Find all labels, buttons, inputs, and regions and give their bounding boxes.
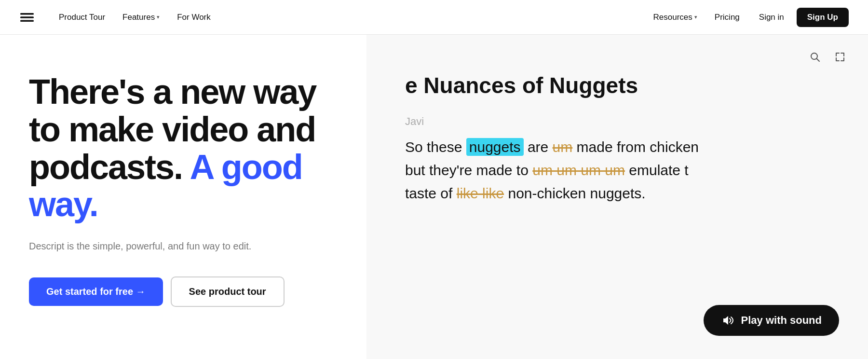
hero-subtext: Descript is the simple, powerful, and fu… — [29, 239, 309, 253]
svg-line-4 — [817, 59, 820, 62]
hero-left-panel: There's a new way to make video and podc… — [0, 35, 366, 359]
nav-left: Product Tour Features ▾ For Work — [52, 9, 647, 26]
resources-chevron-icon: ▾ — [694, 14, 697, 20]
nav-product-tour[interactable]: Product Tour — [52, 9, 112, 26]
hero-headline: There's a new way to make video and podc… — [29, 73, 338, 223]
svg-rect-1 — [20, 16, 34, 18]
headline-accent2: way. — [29, 185, 98, 223]
hero-right-panel: e Nuances of Nuggets Javi So these nugge… — [366, 35, 868, 359]
nav-resources[interactable]: Resources ▾ — [647, 9, 704, 26]
play-with-sound-button[interactable]: Play with sound — [704, 305, 839, 336]
features-chevron-icon: ▾ — [157, 14, 160, 20]
transcript-panel: e Nuances of Nuggets Javi So these nugge… — [405, 73, 839, 205]
svg-rect-2 — [20, 20, 34, 22]
sign-in-button[interactable]: Sign in — [750, 9, 793, 26]
hero-section: There's a new way to make video and podc… — [0, 35, 868, 359]
transcript-title: e Nuances of Nuggets — [405, 73, 839, 98]
speaker-icon — [721, 314, 734, 327]
headline-accent: A good — [190, 148, 302, 186]
navbar: Product Tour Features ▾ For Work Resourc… — [0, 0, 868, 35]
hero-right-icons — [806, 48, 849, 66]
filler-word-1: um — [553, 139, 573, 155]
logo-icon — [19, 10, 35, 25]
sign-up-button[interactable]: Sign Up — [797, 8, 849, 27]
headline-line3: podcasts. — [29, 148, 190, 186]
headline-line1: There's a new way — [29, 72, 316, 111]
nav-for-work[interactable]: For Work — [170, 9, 217, 26]
search-icon[interactable] — [806, 48, 824, 66]
see-product-tour-button[interactable]: See product tour — [171, 276, 285, 307]
nav-logo[interactable] — [19, 10, 35, 25]
transcript-body: So these nuggets are um made from chicke… — [405, 136, 839, 205]
get-started-button[interactable]: Get started for free → — [29, 277, 163, 306]
nav-pricing[interactable]: Pricing — [708, 9, 746, 26]
highlighted-word: nuggets — [466, 138, 524, 156]
filler-word-2: um um um um — [532, 162, 625, 178]
nav-features[interactable]: Features ▾ — [116, 9, 166, 26]
strikethrough-word: like like — [457, 185, 504, 201]
transcript-speaker: Javi — [405, 115, 839, 128]
expand-icon[interactable] — [831, 48, 849, 66]
headline-line2: to make video and — [29, 110, 315, 149]
svg-rect-0 — [20, 13, 34, 15]
nav-right: Resources ▾ Pricing Sign in Sign Up — [647, 8, 849, 27]
play-button-container: Play with sound — [704, 305, 839, 336]
hero-buttons: Get started for free → See product tour — [29, 276, 338, 307]
